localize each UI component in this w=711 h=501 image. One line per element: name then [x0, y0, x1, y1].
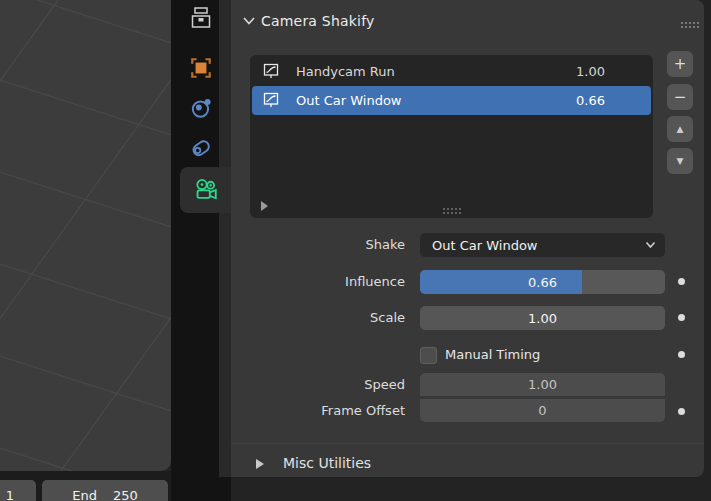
shake-item-influence[interactable]: 1.00 — [576, 64, 605, 79]
end-frame-field[interactable]: End 250 — [42, 480, 168, 501]
chevron-down-icon — [645, 241, 656, 249]
panel-title: Camera Shakify — [261, 13, 375, 29]
end-frame-value: 250 — [113, 488, 138, 501]
frame-offset-value: 0 — [420, 403, 665, 418]
shake-item-name: Out Car Window — [296, 93, 401, 108]
manual-timing-label: Manual Timing — [445, 346, 540, 364]
list-resize-grip-icon[interactable] — [443, 208, 445, 210]
physics-properties-icon — [189, 96, 213, 120]
constraint-properties-icon — [189, 136, 213, 160]
tab-physics-properties[interactable] — [171, 88, 231, 128]
render-properties-icon — [189, 5, 213, 31]
scale-value: 1.00 — [420, 311, 665, 326]
scale-label: Scale — [231, 306, 405, 330]
list-filter-disclosure-triangle[interactable] — [261, 201, 268, 211]
speed-field[interactable]: 1.00 — [420, 373, 665, 396]
current-frame-field[interactable]: 1 — [0, 480, 36, 501]
influence-label: Influence — [231, 270, 405, 294]
move-up-button[interactable]: ▲ — [667, 116, 693, 142]
minus-icon: − — [674, 90, 687, 105]
scale-animate-dot[interactable] — [678, 314, 685, 321]
end-frame-label: End — [72, 488, 97, 501]
scale-field[interactable]: 1.00 — [420, 306, 665, 330]
tab-object-properties[interactable] — [171, 48, 231, 88]
influence-animate-dot[interactable] — [678, 278, 685, 285]
remove-shake-button[interactable]: − — [667, 84, 693, 110]
camera-shakify-panel-header[interactable]: Camera Shakify — [231, 8, 704, 36]
viewport-grid — [0, 0, 171, 471]
properties-editor: Camera Shakify Handycam Run 1.00 — [231, 0, 704, 477]
triangle-up-icon: ▲ — [677, 125, 684, 134]
frame-offset-field[interactable]: 0 — [420, 399, 665, 422]
3d-viewport[interactable] — [0, 0, 171, 471]
tab-camera-data-properties[interactable] — [180, 167, 231, 213]
manual-timing-animate-dot[interactable] — [678, 351, 685, 358]
shake-label: Shake — [231, 233, 405, 257]
timeline-header: 1 End 250 — [0, 471, 171, 501]
manual-timing-checkbox[interactable] — [420, 347, 437, 364]
influence-slider[interactable]: 0.66 — [420, 270, 665, 294]
panel-drag-grip-icon[interactable] — [681, 22, 683, 24]
disclosure-triangle-icon — [256, 459, 264, 469]
misc-utilities-panel-header[interactable]: Misc Utilities — [231, 452, 704, 477]
chevron-down-icon — [242, 15, 256, 27]
shake-dropdown-value: Out Car Window — [432, 238, 537, 253]
current-frame-value: 1 — [6, 488, 14, 501]
camera-data-icon — [193, 177, 219, 203]
shake-item-influence[interactable]: 0.66 — [576, 93, 605, 108]
tab-render-properties[interactable] — [171, 0, 231, 38]
fcurve-icon — [263, 92, 280, 109]
plus-icon: + — [674, 57, 687, 72]
shake-list-row[interactable]: Handycam Run 1.00 — [252, 57, 651, 86]
influence-value: 0.66 — [420, 275, 665, 290]
shake-list: Handycam Run 1.00 Out Car Window 0.66 — [250, 55, 653, 218]
move-down-button[interactable]: ▼ — [667, 148, 693, 174]
shake-list-row[interactable]: Out Car Window 0.66 — [252, 86, 651, 115]
triangle-down-icon: ▼ — [677, 157, 684, 166]
shake-dropdown[interactable]: Out Car Window — [420, 233, 665, 257]
fcurve-icon — [263, 63, 280, 80]
object-properties-icon — [189, 56, 213, 80]
frame-offset-animate-dot[interactable] — [678, 408, 685, 415]
speed-label: Speed — [231, 373, 405, 396]
add-shake-button[interactable]: + — [667, 51, 693, 77]
shake-item-name: Handycam Run — [296, 64, 395, 79]
tab-constraint-properties[interactable] — [171, 128, 231, 168]
frame-offset-label: Frame Offset — [231, 399, 405, 422]
subpanel-separator — [231, 443, 704, 444]
speed-value: 1.00 — [420, 377, 665, 392]
misc-utilities-title: Misc Utilities — [283, 455, 371, 471]
properties-tab-strip — [171, 0, 231, 501]
